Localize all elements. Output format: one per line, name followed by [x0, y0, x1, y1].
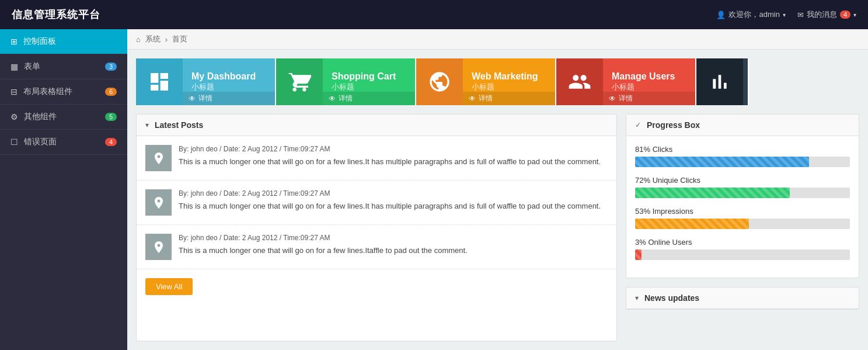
- progress-item-clicks: 81% Clicks: [635, 145, 850, 167]
- progress-bar-fill-unique: [635, 188, 790, 198]
- card-sub-marketing: 小标题: [472, 82, 546, 92]
- progress-label-impressions: 53% Impressions: [635, 207, 850, 216]
- sidebar-item-left: ⊞ 控制面板: [11, 36, 56, 47]
- card-sub-dashboard: 小标题: [191, 82, 266, 92]
- sidebar: ⊞ 控制面板 ▦ 表单 3 ⊟ 布局表格组件 6 ⚙ 其他组件 5: [0, 29, 127, 350]
- user-menu[interactable]: 👤 欢迎你，admin ▾: [716, 9, 785, 20]
- progress-bar-fill-clicks: [635, 157, 809, 167]
- post-avatar: [145, 189, 172, 216]
- main-content: ⌂ 系统 › 首页 My Dashboard 小标题 👁 详情: [127, 29, 868, 350]
- progress-item-unique: 72% Uniquie Clicks: [635, 176, 850, 198]
- right-panel: ✓ Progress Box 81% Clicks 72% Uniquie Cl…: [626, 114, 859, 341]
- sidebar-item-errors[interactable]: ☐ 错误页面 4: [0, 130, 127, 155]
- view-all-button[interactable]: View All: [145, 278, 193, 295]
- card-title-users: Manage Users: [612, 71, 686, 82]
- card-text-dashboard: My Dashboard 小标题 👁 详情: [183, 65, 275, 98]
- sidebar-item-layout[interactable]: ⊟ 布局表格组件 6: [0, 79, 127, 105]
- footer-text-cart: 详情: [339, 93, 353, 103]
- post-text: This is a much longer one that will go o…: [179, 245, 608, 257]
- progress-panel: ✓ Progress Box 81% Clicks 72% Uniquie Cl…: [626, 114, 859, 278]
- posts-header: ▾ Latest Posts: [137, 115, 616, 136]
- card-footer-dashboard: 👁 详情: [183, 92, 275, 105]
- progress-item-impressions: 53% Impressions: [635, 207, 850, 229]
- user-icon: 👤: [716, 11, 726, 19]
- sidebar-item-left: ⚙ 其他组件: [11, 112, 57, 122]
- sidebar-item-dashboard[interactable]: ⊞ 控制面板: [0, 29, 127, 54]
- card-title-marketing: Web Marketing: [472, 71, 546, 82]
- layout-badge: 6: [105, 88, 117, 96]
- breadcrumb: ⌂ 系统 › 首页: [127, 29, 868, 50]
- card-footer-cart: 👁 详情: [323, 92, 415, 105]
- card-charts[interactable]: [696, 58, 749, 105]
- footer-text-users: 详情: [619, 93, 633, 103]
- table-icon: ▦: [11, 62, 18, 71]
- messages-menu[interactable]: ✉ 我的消息 4 ▾: [797, 9, 856, 20]
- sidebar-item-left: ▦ 表单: [11, 61, 40, 72]
- card-users[interactable]: Manage Users 小标题 👁 详情: [556, 58, 696, 105]
- posts-panel: ▾ Latest Posts By: john deo / Date: 2 Au…: [136, 114, 617, 341]
- sidebar-item-components[interactable]: ⚙ 其他组件 5: [0, 105, 127, 130]
- post-meta: By: john deo / Date: 2 Aug 2012 / Time:0…: [179, 189, 608, 197]
- msg-label: 我的消息: [807, 9, 837, 20]
- post-avatar: [145, 234, 172, 260]
- progress-label-clicks: 81% Clicks: [635, 145, 850, 154]
- post-content: By: john deo / Date: 2 Aug 2012 / Time:0…: [179, 145, 608, 168]
- news-collapse-icon[interactable]: ▾: [635, 294, 639, 302]
- post-meta: By: john deo / Date: 2 Aug 2012 / Time:0…: [179, 145, 608, 153]
- progress-bar-bg-unique: [635, 188, 850, 198]
- card-sub-users: 小标题: [612, 82, 686, 92]
- sidebar-item-left: ☐ 错误页面: [11, 137, 57, 147]
- card-title-cart: Shopping Cart: [332, 71, 406, 82]
- content-area: ▾ Latest Posts By: john deo / Date: 2 Au…: [136, 114, 859, 341]
- post-item: By: john deo / Date: 2 Aug 2012 / Time:0…: [137, 181, 616, 225]
- progress-bar-bg-clicks: [635, 157, 850, 167]
- progress-title: Progress Box: [647, 120, 700, 130]
- sidebar-label-dashboard: 控制面板: [23, 36, 56, 47]
- card-title-dashboard: My Dashboard: [191, 71, 266, 82]
- progress-bar-fill-impressions: [635, 219, 749, 229]
- user-dropdown-arrow: ▾: [783, 12, 786, 18]
- app-title: 信息管理系统平台: [12, 8, 100, 22]
- progress-item-online: 3% Online Users: [635, 238, 850, 260]
- post-avatar: [145, 145, 172, 171]
- forms-badge: 3: [105, 63, 117, 71]
- components-badge: 5: [105, 113, 117, 121]
- footer-text-dashboard: 详情: [198, 93, 212, 103]
- progress-bar-bg-impressions: [635, 219, 850, 229]
- errors-badge: 4: [105, 138, 117, 146]
- progress-bar-bg-online: [635, 249, 850, 260]
- sidebar-item-forms[interactable]: ▦ 表单 3: [0, 54, 127, 79]
- eye-icon-2: 👁: [329, 95, 336, 103]
- progress-collapse-icon[interactable]: ✓: [635, 121, 641, 129]
- layout-icon: ⊟: [11, 87, 18, 96]
- eye-icon-3: 👁: [469, 95, 476, 103]
- footer-text-marketing: 详情: [479, 93, 493, 103]
- post-meta: By: john deo / Date: 2 Aug 2012 / Time:0…: [179, 234, 608, 242]
- card-text-marketing: Web Marketing 小标题 👁 详情: [463, 65, 555, 98]
- file-icon: ☐: [11, 137, 18, 147]
- card-text-cart: Shopping Cart 小标题 👁 详情: [323, 65, 415, 98]
- home-icon: ⊞: [11, 37, 18, 46]
- header: 信息管理系统平台 👤 欢迎你，admin ▾ ✉ 我的消息 4 ▾: [0, 0, 868, 29]
- msg-badge: 4: [840, 11, 850, 19]
- progress-label-unique: 72% Uniquie Clicks: [635, 176, 850, 185]
- card-footer-marketing: 👁 详情: [463, 92, 555, 105]
- news-title: News updates: [644, 293, 699, 303]
- card-icon-charts: [696, 58, 743, 105]
- sidebar-label-errors: 错误页面: [24, 137, 57, 147]
- collapse-icon[interactable]: ▾: [145, 121, 149, 129]
- card-marketing[interactable]: Web Marketing 小标题 👁 详情: [416, 58, 556, 105]
- header-right: 👤 欢迎你，admin ▾ ✉ 我的消息 4 ▾: [716, 9, 856, 20]
- post-item: By: john deo / Date: 2 Aug 2012 / Time:0…: [137, 225, 616, 269]
- card-dashboard[interactable]: My Dashboard 小标题 👁 详情: [136, 58, 276, 105]
- sidebar-label-components: 其他组件: [24, 112, 57, 122]
- main-layout: ⊞ 控制面板 ▦ 表单 3 ⊟ 布局表格组件 6 ⚙ 其他组件 5: [0, 29, 868, 350]
- card-icon-users: [556, 58, 603, 105]
- gear-icon: ⚙: [11, 112, 18, 122]
- progress-bar-fill-online: [635, 249, 642, 260]
- card-cart[interactable]: Shopping Cart 小标题 👁 详情: [276, 58, 416, 105]
- breadcrumb-sep: ›: [165, 35, 168, 44]
- post-content: By: john deo / Date: 2 Aug 2012 / Time:0…: [179, 234, 608, 257]
- post-text: This is a much longer one that will go o…: [179, 200, 608, 212]
- news-header: ▾ News updates: [626, 287, 859, 309]
